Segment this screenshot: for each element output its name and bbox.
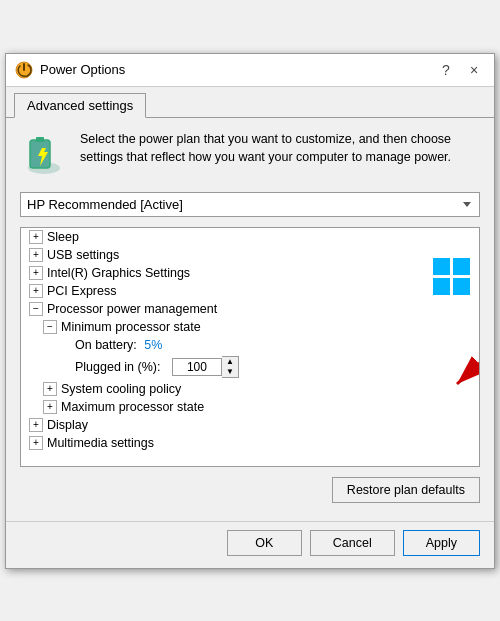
ok-button[interactable]: OK: [227, 530, 302, 556]
red-arrow: [417, 344, 480, 402]
expand-min[interactable]: −: [43, 320, 57, 334]
tree-item-multimedia[interactable]: + Multimedia settings: [21, 434, 479, 452]
tab-advanced-settings[interactable]: Advanced settings: [14, 93, 146, 118]
label-intel: Intel(R) Graphics Settings: [47, 266, 190, 280]
tree-item-cooling[interactable]: + System cooling policy: [21, 380, 479, 398]
label-max: Maximum processor state: [61, 400, 204, 414]
tree-item-intel[interactable]: + Intel(R) Graphics Settings: [21, 264, 479, 282]
spinner-buttons-plugged: ▲ ▼: [222, 356, 239, 378]
title-bar: Power Options ? ×: [6, 54, 494, 87]
bottom-bar: OK Cancel Apply: [6, 521, 494, 568]
expand-intel[interactable]: +: [29, 266, 43, 280]
expand-multimedia[interactable]: +: [29, 436, 43, 450]
dialog-window: Power Options ? × Advanced settings Sele…: [5, 53, 495, 569]
label-multimedia: Multimedia settings: [47, 436, 154, 450]
plan-dropdown-row: HP Recommended [Active] Balanced High pe…: [20, 192, 480, 217]
label-battery: On battery:: [75, 338, 140, 352]
svg-rect-4: [433, 258, 450, 275]
window-title: Power Options: [40, 62, 125, 77]
tree-item-proc[interactable]: − Processor power management: [21, 300, 479, 318]
tree-item-max[interactable]: + Maximum processor state: [21, 398, 479, 416]
label-pci: PCI Express: [47, 284, 116, 298]
main-content: Select the power plan that you want to c…: [6, 118, 494, 521]
svg-rect-7: [453, 278, 470, 295]
svg-rect-6: [433, 278, 450, 295]
tree-item-display[interactable]: + Display: [21, 416, 479, 434]
label-usb: USB settings: [47, 248, 119, 262]
expand-cooling[interactable]: +: [43, 382, 57, 396]
power-plan-icon: [20, 130, 68, 178]
spinner-down-plugged[interactable]: ▼: [222, 367, 238, 377]
cancel-button[interactable]: Cancel: [310, 530, 395, 556]
svg-rect-5: [453, 258, 470, 275]
tree-item-battery: On battery: 5%: [21, 336, 479, 354]
help-button[interactable]: ?: [434, 60, 458, 80]
label-min: Minimum processor state: [61, 320, 201, 334]
tree-item-pci[interactable]: + PCI Express: [21, 282, 479, 300]
label-sleep: Sleep: [47, 230, 79, 244]
intro-section: Select the power plan that you want to c…: [20, 130, 480, 178]
title-bar-left: Power Options: [14, 60, 125, 80]
apply-button[interactable]: Apply: [403, 530, 480, 556]
close-button[interactable]: ×: [462, 60, 486, 80]
expand-usb[interactable]: +: [29, 248, 43, 262]
label-cooling: System cooling policy: [61, 382, 181, 396]
tree-item-min[interactable]: − Minimum processor state: [21, 318, 479, 336]
spinner-field-plugged[interactable]: [172, 358, 222, 376]
windows-logo: [433, 258, 471, 299]
svg-rect-3: [36, 137, 44, 142]
power-options-icon: [14, 60, 34, 80]
intro-text: Select the power plan that you want to c…: [80, 130, 480, 168]
title-bar-controls: ? ×: [434, 60, 486, 80]
label-plugged: Plugged in (%):: [75, 360, 160, 374]
expand-display[interactable]: +: [29, 418, 43, 432]
expand-max[interactable]: +: [43, 400, 57, 414]
tree-item-sleep[interactable]: + Sleep: [21, 228, 479, 246]
expand-pci[interactable]: +: [29, 284, 43, 298]
tab-bar: Advanced settings: [6, 87, 494, 118]
tree-item-usb[interactable]: + USB settings: [21, 246, 479, 264]
expand-sleep[interactable]: +: [29, 230, 43, 244]
svg-line-9: [457, 349, 480, 384]
spinner-up-plugged[interactable]: ▲: [222, 357, 238, 367]
settings-tree[interactable]: + Sleep + USB settings + Intel(R) Graphi…: [20, 227, 480, 467]
tree-item-plugged: Plugged in (%): ▲ ▼: [21, 354, 479, 380]
label-display: Display: [47, 418, 88, 432]
expand-proc[interactable]: −: [29, 302, 43, 316]
restore-row: Restore plan defaults: [20, 477, 480, 503]
label-proc: Processor power management: [47, 302, 217, 316]
spinner-plugged[interactable]: ▲ ▼: [172, 356, 239, 378]
value-battery: 5%: [144, 338, 162, 352]
restore-button[interactable]: Restore plan defaults: [332, 477, 480, 503]
plan-select[interactable]: HP Recommended [Active] Balanced High pe…: [20, 192, 480, 217]
